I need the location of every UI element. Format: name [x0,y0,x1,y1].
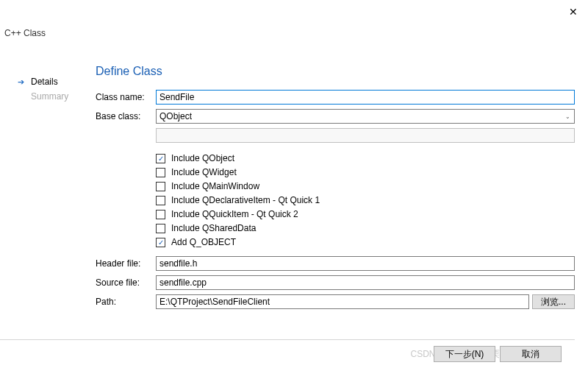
empty-input[interactable] [156,128,575,143]
check-label: Include QMainWindow [171,181,259,191]
check-include-qwidget[interactable]: Include QWidget [156,167,575,177]
checkbox-icon [156,210,165,219]
sidebar-item-details[interactable]: ➔ Details [15,77,81,87]
section-title: Define Class [96,65,575,78]
browse-button[interactable]: 浏览... [532,294,575,309]
check-label: Include QQuickItem - Qt Quick 2 [171,209,298,219]
source-file-input[interactable] [156,275,575,290]
class-name-input[interactable] [156,90,575,105]
header-file-input[interactable] [156,256,575,271]
path-input[interactable] [156,294,529,309]
checkbox-icon: ✓ [156,154,165,163]
check-label: Add Q_OBJECT [171,237,236,247]
check-include-qquickitem[interactable]: Include QQuickItem - Qt Quick 2 [156,209,575,219]
arrow-right-icon: ➔ [15,77,26,87]
check-include-qmainwindow[interactable]: Include QMainWindow [156,181,575,191]
check-include-qshareddata[interactable]: Include QSharedData [156,223,575,233]
sidebar-item-label: Summary [31,91,68,102]
page-title: C++ Class [4,28,46,38]
check-include-qobject[interactable]: ✓ Include QObject [156,153,575,163]
check-include-qdeclarativeitem[interactable]: Include QDeclarativeItem - Qt Quick 1 [156,195,575,205]
main-form: Define Class Class name: Base class: ⌄ ✓… [96,65,575,314]
checkbox-icon: ✓ [156,238,165,247]
base-class-select[interactable] [156,109,562,124]
checkbox-icon [156,182,165,191]
checkbox-icon [156,196,165,205]
cancel-button[interactable]: 取消 [500,346,562,362]
footer-bar: 下一步(N) 取消 [0,339,575,362]
check-label: Include QDeclarativeItem - Qt Quick 1 [171,195,320,205]
checkbox-icon [156,168,165,177]
wizard-sidebar: ➔ Details Summary [15,77,81,106]
next-button[interactable]: 下一步(N) [434,346,495,362]
check-label: Include QWidget [171,167,237,177]
checkbox-icon [156,224,165,233]
chevron-down-icon[interactable]: ⌄ [562,109,575,124]
path-label: Path: [96,297,156,307]
check-label: Include QObject [171,153,234,163]
sidebar-item-label: Details [31,77,58,87]
include-options: ✓ Include QObject Include QWidget Includ… [156,153,575,247]
source-file-label: Source file: [96,277,156,288]
check-add-qobject-macro[interactable]: ✓ Add Q_OBJECT [156,237,575,247]
class-name-label: Class name: [96,92,156,102]
close-icon[interactable]: ✕ [569,6,578,18]
base-class-label: Base class: [96,111,156,121]
header-file-label: Header file: [96,258,156,269]
check-label: Include QSharedData [171,223,256,233]
sidebar-item-summary[interactable]: Summary [15,91,81,102]
